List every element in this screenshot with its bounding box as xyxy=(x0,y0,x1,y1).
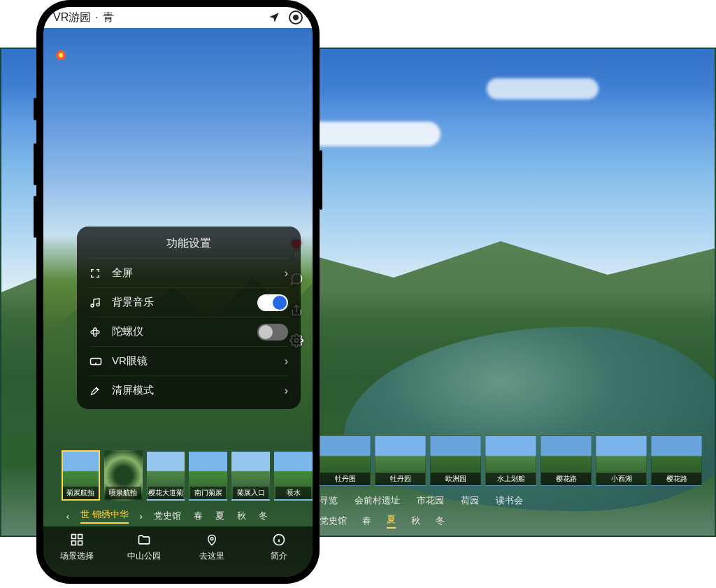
scene-thumbnail-label: 水上划船 xyxy=(486,473,536,485)
svg-point-6 xyxy=(91,330,99,334)
settings-label: VR眼镜 xyxy=(112,354,285,368)
settings-row-bgm[interactable]: 背景音乐 xyxy=(90,287,288,317)
nav-scene-select[interactable]: 场景选择 xyxy=(43,532,110,577)
season-tab[interactable]: 党史馆 xyxy=(320,515,347,527)
settings-popover: 功能设置 全屏 › 背景音乐 陀螺仪 xyxy=(77,227,301,409)
park-logo xyxy=(56,50,66,60)
nav-park[interactable]: 中山公园 xyxy=(110,532,178,577)
svg-point-7 xyxy=(93,328,96,336)
tabs-next-icon[interactable]: › xyxy=(135,511,148,522)
settings-label: 全屏 xyxy=(112,266,285,280)
desktop-season-tabs: 党史馆 春 夏 秋 冬 xyxy=(320,513,445,529)
app-title-a: VR游园 xyxy=(53,10,91,25)
svg-rect-10 xyxy=(78,535,83,539)
season-tab[interactable]: 冬 xyxy=(259,510,268,522)
scene-thumbnail[interactable]: 喷泉航拍 xyxy=(104,450,143,501)
season-tab-active[interactable]: 夏 xyxy=(387,513,396,529)
grid-icon xyxy=(70,532,84,547)
scene-thumbnail-label: 牡丹图 xyxy=(320,473,370,485)
svg-rect-12 xyxy=(78,541,83,545)
nav-label: 中山公园 xyxy=(127,550,161,562)
scene-thumbnail[interactable]: 欧洲园 xyxy=(430,435,481,486)
separator-dot: · xyxy=(95,11,98,24)
music-icon xyxy=(90,297,105,308)
bgm-toggle[interactable] xyxy=(257,294,288,311)
scene-thumbnail[interactable]: 喷水 xyxy=(274,450,313,501)
broom-icon xyxy=(90,385,105,396)
settings-row-vr[interactable]: VR眼镜 › xyxy=(90,346,288,375)
pin-icon xyxy=(206,532,218,547)
info-icon xyxy=(272,532,286,547)
scene-thumbnail-label: 欧洲园 xyxy=(431,473,480,485)
season-tab[interactable]: 秋 xyxy=(237,510,246,522)
tabs-prev-icon[interactable]: ‹ xyxy=(62,511,74,522)
desktop-category-tabs: 寻览 会前村遗址 市花园 荷园 读书会 xyxy=(320,494,523,507)
scene-thumbnail[interactable]: 菊展入口 xyxy=(231,450,270,501)
scene-thumbnail[interactable]: 牡丹园 xyxy=(375,435,426,486)
settings-label: 陀螺仪 xyxy=(112,325,257,338)
nav-label: 场景选择 xyxy=(60,550,94,562)
category-tab[interactable]: 市花园 xyxy=(417,494,444,507)
svg-point-13 xyxy=(210,538,213,540)
scene-thumbnail-label: 喷泉航拍 xyxy=(106,487,141,499)
scene-thumbnail-label: 菊展航拍 xyxy=(63,487,99,499)
category-tab[interactable]: 寻览 xyxy=(320,494,338,507)
scene-thumbnail-label: 樱花路 xyxy=(541,473,591,485)
phone-mockup: VR游园 · 青 8 xyxy=(36,0,320,584)
phone-side-button xyxy=(34,143,36,185)
category-tab[interactable]: 荷园 xyxy=(461,494,479,507)
scene-thumbnail-label: 牡丹园 xyxy=(375,473,425,485)
settings-title: 功能设置 xyxy=(90,236,288,251)
scene-thumbnail[interactable]: 樱花路 xyxy=(540,435,592,486)
nav-go-here[interactable]: 去这里 xyxy=(178,532,245,577)
scene-thumbnail-label: 樱花路 xyxy=(652,473,701,485)
scene-thumbnail-label: 南门菊展 xyxy=(190,487,226,499)
scene-thumbnail[interactable]: 水上划船 xyxy=(485,435,536,486)
settings-row-fullscreen[interactable]: 全屏 › xyxy=(90,258,288,287)
scene-thumbnail[interactable]: 牡丹图 xyxy=(320,435,371,486)
category-tab[interactable]: 读书会 xyxy=(496,494,523,507)
scene-thumbnail[interactable]: 樱花路 xyxy=(651,435,702,486)
scene-thumbnail-label: 菊展入口 xyxy=(233,487,268,499)
gyro-toggle[interactable] xyxy=(257,324,288,340)
nav-intro[interactable]: 简介 xyxy=(245,532,313,577)
settings-row-gyro[interactable]: 陀螺仪 xyxy=(90,317,288,346)
desktop-thumbnail-strip: 牡丹图 牡丹园 欧洲园 水上划船 樱花路 小西湖 樱花路 xyxy=(320,435,702,486)
phone-thumbnail-strip: 菊展航拍 喷泉航拍 樱花大道菊 南门菊展 菊展入口 喷水 xyxy=(62,450,313,501)
chevron-right-icon: › xyxy=(285,355,288,368)
phone-season-tabs: ‹ 世 锦绣中华 › 党史馆 春 夏 秋 冬 xyxy=(62,508,300,524)
scene-thumbnail[interactable]: 樱花大道菊 xyxy=(147,450,185,501)
scene-thumbnail-label: 小西湖 xyxy=(596,473,646,485)
chevron-right-icon: › xyxy=(285,385,288,397)
category-tab[interactable]: 会前村遗址 xyxy=(355,494,400,507)
scene-thumbnail-active[interactable]: 菊展航拍 xyxy=(62,450,100,501)
phone-screen: VR游园 · 青 8 xyxy=(43,7,313,577)
gyro-icon xyxy=(90,327,105,338)
svg-point-5 xyxy=(96,303,99,306)
scene-thumbnail-label: 喷水 xyxy=(275,487,311,499)
nav-label: 简介 xyxy=(271,550,287,562)
scene-thumbnail[interactable]: 南门菊展 xyxy=(189,450,227,501)
settings-label: 背景音乐 xyxy=(112,296,257,309)
season-tab[interactable]: 夏 xyxy=(215,510,224,522)
cloud-decoration xyxy=(487,78,599,99)
phone-side-button xyxy=(34,98,36,120)
app-title-b: 青 xyxy=(103,10,114,25)
svg-rect-9 xyxy=(72,535,76,539)
location-arrow-icon[interactable] xyxy=(268,11,280,24)
settings-row-clear[interactable]: 清屏模式 › xyxy=(90,375,288,405)
season-tab[interactable]: 冬 xyxy=(436,515,445,527)
chevron-right-icon: › xyxy=(285,267,288,280)
season-tab[interactable]: 春 xyxy=(362,515,371,527)
svg-point-4 xyxy=(91,304,94,307)
scene-thumbnail-label: 樱花大道菊 xyxy=(148,487,184,499)
scene-thumbnail[interactable]: 小西湖 xyxy=(596,435,647,486)
season-tab[interactable]: 党史馆 xyxy=(154,510,181,522)
season-tab[interactable]: 春 xyxy=(194,510,203,522)
target-icon[interactable] xyxy=(289,10,303,24)
nav-label: 去这里 xyxy=(199,550,224,562)
season-tab[interactable]: 秋 xyxy=(411,515,420,527)
season-tab-active[interactable]: 世 锦绣中华 xyxy=(80,508,129,524)
phone-side-button xyxy=(34,196,36,238)
folder-icon xyxy=(137,532,151,547)
